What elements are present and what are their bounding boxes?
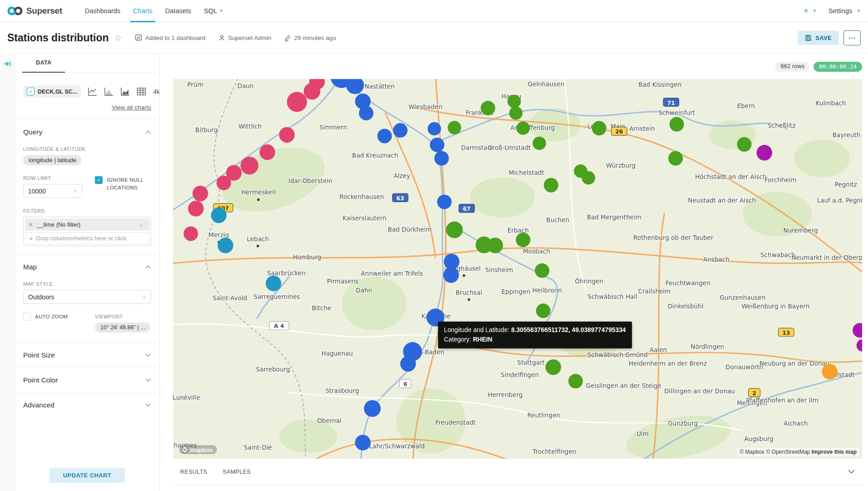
scatter-point-main-neckar[interactable] bbox=[536, 303, 551, 318]
scatter-point-regnitz[interactable] bbox=[857, 339, 862, 352]
drop-columns-zone[interactable]: + Drop columns/metrics here or click bbox=[25, 232, 149, 244]
user-icon bbox=[218, 35, 225, 41]
tab-samples[interactable]: SAMPLES bbox=[223, 469, 251, 475]
area-chart-icon[interactable] bbox=[120, 87, 130, 96]
last-modified[interactable]: 29 minutes ago bbox=[284, 35, 336, 41]
favorite-star-icon[interactable]: ☆ bbox=[114, 33, 122, 43]
attrib-osm[interactable]: © OpenStreetMap bbox=[766, 449, 810, 455]
scatter-point-rhein[interactable] bbox=[377, 129, 392, 143]
scatter-point-regnitz[interactable] bbox=[757, 145, 772, 160]
scatter-point-main-neckar[interactable] bbox=[670, 117, 684, 132]
update-chart-button[interactable]: UPDATE CHART bbox=[49, 468, 125, 483]
scatter-point-donau[interactable] bbox=[822, 364, 837, 379]
view-all-charts-link[interactable]: View all charts bbox=[112, 104, 151, 111]
scatter-point-rhein[interactable] bbox=[355, 435, 370, 450]
section-point-size[interactable]: Point Size bbox=[23, 351, 151, 359]
scatter-point-rhein[interactable] bbox=[400, 356, 416, 372]
map-style-select[interactable]: Outdoors ∨ bbox=[23, 290, 151, 304]
tab-data[interactable]: DATA bbox=[22, 54, 65, 73]
lonlat-value-pill[interactable]: longitude | latitude bbox=[23, 155, 82, 165]
section-point-color[interactable]: Point Color bbox=[23, 376, 151, 384]
new-item-button[interactable]: +▼ bbox=[804, 6, 817, 16]
scatter-point-main-neckar[interactable] bbox=[448, 121, 461, 134]
scatter-point-main-neckar[interactable] bbox=[516, 233, 530, 247]
scatter-point-main-neckar[interactable] bbox=[668, 151, 683, 166]
scatter-point-rhein[interactable] bbox=[444, 254, 459, 269]
section-query[interactable]: Query bbox=[23, 128, 151, 136]
scatter-point-rhein[interactable] bbox=[437, 194, 452, 209]
deckgl-scatter-map[interactable]: PrümDaunNastättenGelnhausenBad Kissingen… bbox=[173, 79, 862, 459]
collapse-results-icon[interactable] bbox=[848, 470, 855, 474]
remove-filter-icon[interactable]: ✕ bbox=[25, 221, 37, 228]
nav-sql[interactable]: SQL▼ bbox=[197, 0, 230, 22]
scatter-point-rhein[interactable] bbox=[428, 122, 441, 136]
svg-text:Heidenheim an der Brenz: Heidenheim an der Brenz bbox=[629, 360, 707, 367]
ignore-null-checkbox-row[interactable]: ✓ IGNORE NULL LOCATIONS bbox=[95, 176, 151, 192]
scatter-point-main-neckar[interactable] bbox=[488, 238, 503, 253]
chevron-right-icon: › bbox=[140, 221, 149, 228]
svg-text:Günzburg: Günzburg bbox=[668, 420, 698, 427]
added-to-dashboard[interactable]: Added to 1 dashboard bbox=[135, 34, 206, 41]
scatter-point-main-neckar[interactable] bbox=[509, 106, 523, 120]
expand-panel-icon[interactable] bbox=[4, 60, 11, 68]
save-button[interactable]: SAVE bbox=[798, 31, 839, 45]
svg-text:Aalen: Aalen bbox=[650, 346, 667, 353]
scatter-point-main-neckar[interactable] bbox=[533, 137, 546, 150]
superset-brand[interactable]: Superset bbox=[7, 0, 62, 22]
scatter-point-main-neckar[interactable] bbox=[517, 121, 530, 135]
scatter-point-saar[interactable] bbox=[266, 276, 281, 291]
filter-chip-time[interactable]: ✕ __time (No filter) › bbox=[25, 218, 149, 231]
scatter-point-main-neckar[interactable] bbox=[508, 94, 521, 108]
more-actions-button[interactable]: ··· bbox=[843, 30, 861, 45]
scatter-point-main-neckar[interactable] bbox=[535, 263, 549, 278]
scatter-point-main-neckar[interactable] bbox=[446, 222, 463, 238]
scatter-point-saar[interactable] bbox=[217, 238, 233, 253]
auto-zoom-checkbox[interactable] bbox=[23, 313, 31, 321]
scatter-point-rhein[interactable] bbox=[430, 138, 444, 152]
section-advanced[interactable]: Advanced bbox=[23, 401, 151, 409]
scatter-point-mosel[interactable] bbox=[241, 157, 258, 174]
scatter-point-mosel[interactable] bbox=[279, 127, 295, 143]
improve-map-link[interactable]: Improve this map bbox=[812, 449, 857, 455]
scatter-point-mosel[interactable] bbox=[192, 186, 208, 201]
viz-type-selected[interactable]: ✓ DECK.GL SC... bbox=[23, 85, 81, 98]
scatter-point-rhein[interactable] bbox=[434, 151, 449, 166]
scatter-point-mosel[interactable] bbox=[183, 227, 198, 241]
scatter-point-regnitz[interactable] bbox=[853, 323, 862, 337]
scatter-point-mosel[interactable] bbox=[217, 176, 231, 190]
scatter-point-rhein[interactable] bbox=[364, 400, 381, 417]
viz-4k-option[interactable]: 4k bbox=[153, 88, 159, 95]
scatter-point-mosel[interactable] bbox=[304, 83, 321, 100]
table-icon[interactable] bbox=[137, 87, 146, 96]
mapbox-logo[interactable]: M mapbox bbox=[179, 445, 217, 454]
tab-results[interactable]: RESULTS bbox=[180, 469, 207, 475]
settings-menu[interactable]: Settings▼ bbox=[829, 7, 861, 15]
line-chart-icon[interactable] bbox=[88, 87, 97, 96]
scatter-point-main-neckar[interactable] bbox=[546, 359, 561, 375]
viewport-value-pill[interactable]: 10° 24' 49.86" | ... bbox=[95, 322, 150, 332]
scatter-point-mosel[interactable] bbox=[287, 92, 307, 112]
scatter-point-main-neckar[interactable] bbox=[568, 374, 583, 388]
scatter-point-rhein[interactable] bbox=[393, 123, 408, 138]
nav-charts[interactable]: Charts bbox=[127, 0, 159, 22]
scatter-point-main-neckar[interactable] bbox=[737, 137, 751, 152]
scatter-point-main-neckar[interactable] bbox=[481, 101, 495, 115]
scatter-point-rhein[interactable] bbox=[359, 106, 374, 120]
scatter-point-main-neckar[interactable] bbox=[592, 121, 607, 135]
attrib-mapbox[interactable]: © Mapbox bbox=[740, 449, 764, 455]
scatter-point-saar[interactable] bbox=[211, 208, 227, 223]
section-map[interactable]: Map bbox=[23, 263, 151, 271]
scatter-point-rhein[interactable] bbox=[346, 79, 364, 94]
scatter-point-mosel[interactable] bbox=[260, 144, 275, 160]
row-limit-select[interactable]: 10000 ∨ bbox=[23, 184, 82, 198]
nav-datasets[interactable]: Datasets bbox=[159, 0, 197, 22]
nav-dashboards[interactable]: Dashboards bbox=[79, 0, 127, 22]
scatter-point-main-neckar[interactable] bbox=[582, 171, 595, 185]
auto-zoom-checkbox-row[interactable]: AUTO ZOOM bbox=[23, 313, 82, 321]
scatter-point-main-neckar[interactable] bbox=[544, 178, 558, 193]
bar-chart-icon[interactable] bbox=[104, 87, 113, 96]
owner[interactable]: Superset Admin bbox=[218, 35, 271, 41]
scatter-point-rhein[interactable] bbox=[443, 267, 459, 283]
scatter-point-mosel[interactable] bbox=[188, 201, 203, 216]
ignore-null-checkbox[interactable]: ✓ bbox=[95, 176, 103, 184]
